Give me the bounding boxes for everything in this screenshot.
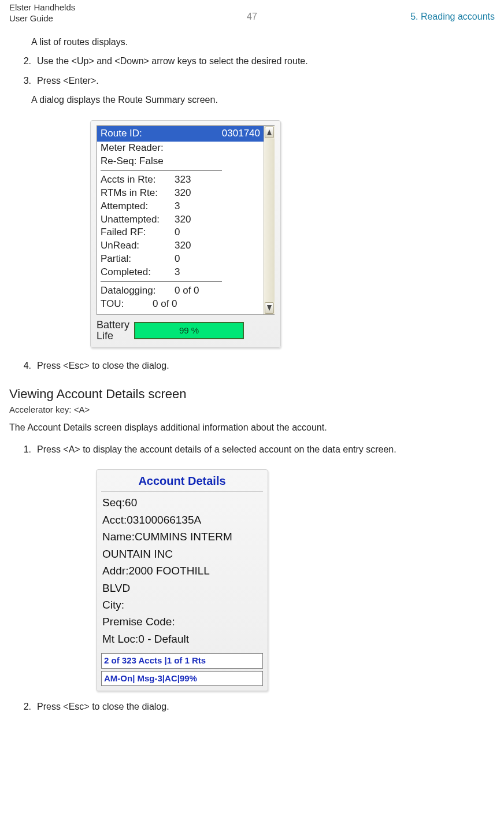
list-row[interactable]: Re-Seq: False: [97, 155, 264, 168]
detail-line: Acct:03100066135A: [102, 511, 262, 528]
scrollbar[interactable]: [264, 126, 275, 314]
list-row[interactable]: Attempted:3: [97, 200, 264, 213]
account-details-panel: Account Details Seq:60 Acct:03100066135A…: [96, 469, 268, 691]
list-row[interactable]: Completed:3: [97, 266, 264, 279]
step-number: 1.: [21, 443, 31, 456]
divider: [101, 170, 222, 171]
list-row[interactable]: Meter Reader:: [97, 142, 264, 155]
list-row[interactable]: Datalogging:0 of 0: [97, 284, 264, 298]
detail-line: Addr:2000 FOOTHILL: [102, 562, 262, 579]
step-2-close: 2. Press <Esc> to close the dialog.: [9, 697, 495, 717]
selected-value: 0301740: [222, 127, 260, 140]
step-number: 4.: [21, 359, 31, 372]
section-description: The Account Details screen displays addi…: [9, 421, 495, 434]
detail-line: OUNTAIN INC: [102, 546, 262, 562]
scroll-down-button[interactable]: [265, 302, 274, 314]
section-heading: Viewing Account Details screen: [9, 385, 495, 403]
list-row[interactable]: Unattempted:320: [97, 213, 264, 227]
selected-row[interactable]: Route ID: 0301740: [97, 126, 264, 142]
step-2: 2. Use the <Up> and <Down> arrow keys to…: [9, 51, 495, 71]
page-header: Elster Handhelds User Guide 47 5. Readin…: [9, 2, 495, 24]
route-summary-figure: Route ID: 0301740 Meter Reader: Re-Seq: …: [90, 120, 495, 348]
route-summary-listbox[interactable]: Route ID: 0301740 Meter Reader: Re-Seq: …: [97, 125, 275, 315]
list-row[interactable]: Failed RF:0: [97, 226, 264, 239]
list-row[interactable]: TOU:0 of 0: [97, 298, 264, 311]
battery-life-row: Battery Life 99 %: [97, 320, 275, 342]
step-1: 1. Press <A> to display the account deta…: [9, 440, 495, 459]
list-row[interactable]: RTMs in Rte:320: [97, 187, 264, 200]
detail-line: Mt Loc:0 - Default: [102, 631, 262, 647]
accelerator-note: Accelerator key: <A>: [9, 404, 495, 416]
battery-meter: 99 %: [134, 322, 244, 339]
scroll-track[interactable]: [264, 139, 275, 302]
account-details-title: Account Details: [101, 473, 263, 492]
step-text: Press <A> to display the account details…: [37, 443, 495, 456]
battery-label: Battery Life: [97, 320, 129, 342]
step-number: 2.: [21, 55, 31, 68]
detail-line: BLVD: [102, 580, 262, 596]
brand-line-1: Elster Handhelds: [9, 2, 75, 13]
divider: [101, 281, 222, 282]
step-4: 4. Press <Esc> to close the dialog.: [9, 356, 495, 376]
chapter-link[interactable]: 5. Reading accounts: [410, 2, 495, 23]
step-3: 3. Press <Enter>.: [9, 71, 495, 91]
selected-label: Route ID:: [101, 127, 142, 140]
account-details-figure: Account Details Seq:60 Acct:03100066135A…: [96, 469, 495, 691]
detail-line: Seq:60: [102, 494, 262, 511]
step-text: Press <Esc> to close the dialog.: [37, 359, 495, 372]
scroll-up-button[interactable]: [265, 127, 274, 138]
intro-paragraph: A list of routes displays.: [9, 32, 495, 52]
brand-line-2: User Guide: [9, 13, 75, 24]
detail-line: Premise Code:: [102, 613, 262, 630]
result-paragraph: A dialog displays the Route Summary scre…: [9, 90, 495, 110]
status-bar-flags: AM-On| Msg-3|AC|99%: [101, 671, 263, 686]
route-summary-panel: Route ID: 0301740 Meter Reader: Re-Seq: …: [90, 120, 281, 348]
step-text: Press <Enter>.: [37, 75, 495, 87]
detail-line: Name:CUMMINS INTERM: [102, 528, 262, 545]
account-details-body: Seq:60 Acct:03100066135A Name:CUMMINS IN…: [101, 492, 263, 651]
step-number: 3.: [21, 75, 31, 87]
step-number: 2.: [21, 700, 31, 713]
list-row[interactable]: UnRead:320: [97, 239, 264, 253]
step-text: Use the <Up> and <Down> arrow keys to se…: [37, 55, 495, 68]
step-text: Press <Esc> to close the dialog.: [37, 700, 495, 713]
list-row[interactable]: Accts in Rte:323: [97, 173, 264, 187]
list-row[interactable]: Partial:0: [97, 253, 264, 266]
detail-line: City:: [102, 596, 262, 613]
status-bar-counts: 2 of 323 Accts |1 of 1 Rts: [101, 653, 263, 668]
